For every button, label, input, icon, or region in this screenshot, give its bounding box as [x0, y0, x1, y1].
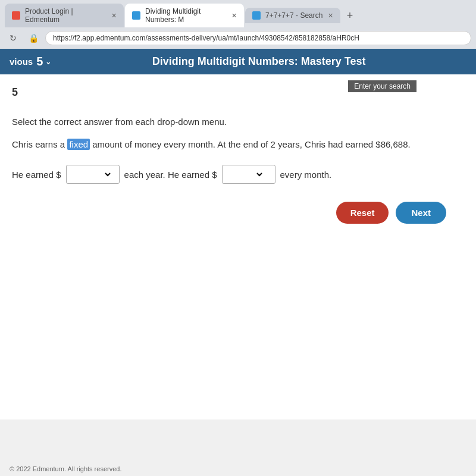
problem-part1: Chris earns a: [12, 139, 67, 149]
reload-button[interactable]: ↻: [5, 30, 21, 46]
problem-text: Chris earns a fixed amount of money ever…: [12, 137, 464, 152]
app-header: vious 5 ⌄ Dividing Multidigit Numbers: M…: [0, 49, 476, 74]
tab-label-1: Product Login | Edmentum: [25, 7, 107, 24]
page-title: Dividing Multidigit Numbers: Mastery Tes…: [51, 55, 466, 68]
tab-search[interactable]: 7+7+7+7 - Search ✕: [245, 8, 340, 23]
question-dropdown-icon[interactable]: ⌄: [45, 58, 51, 66]
footer: © 2022 Edmentum. All rights reserved.: [0, 462, 476, 476]
answer-row: He earned $ 43,344 86,688 21,672 each ye…: [12, 165, 464, 184]
question-number: 5 ⌄: [36, 55, 51, 68]
tab-label-3: 7+7+7+7 - Search: [265, 11, 322, 20]
answer-suffix1: each year. He earned $: [124, 170, 217, 180]
problem-part2: amount of money every month. At the end …: [90, 139, 411, 149]
year-select[interactable]: 43,344 86,688 21,672: [70, 168, 112, 181]
tab-close-2[interactable]: ✕: [231, 12, 237, 20]
tab-favicon-2: [132, 11, 140, 20]
address-bar[interactable]: https://f2.app.edmentum.com/assessments-…: [45, 31, 471, 45]
button-row: Reset Next: [12, 202, 464, 224]
tab-close-3[interactable]: ✕: [328, 12, 333, 20]
next-button[interactable]: Next: [396, 202, 446, 224]
answer-prefix1: He earned $: [12, 170, 61, 180]
tab-close-1[interactable]: ✕: [111, 12, 117, 20]
problem-highlight: fixed: [67, 139, 90, 150]
answer-suffix2: every month.: [280, 170, 332, 180]
search-overlay: Enter your search: [348, 80, 416, 92]
tab-product-login[interactable]: Product Login | Edmentum ✕: [5, 4, 124, 27]
footer-text: © 2022 Edmentum. All rights reserved.: [10, 465, 121, 472]
tab-label-2: Dividing Multidigit Numbers: M: [145, 7, 227, 24]
dropdown-year[interactable]: 43,344 86,688 21,672: [66, 165, 120, 184]
add-tab-button[interactable]: +: [342, 7, 358, 24]
month-select[interactable]: 3,612 7,224 1,806: [226, 168, 264, 181]
dropdown-month[interactable]: 3,612 7,224 1,806: [222, 165, 275, 184]
instruction-text: Select the correct answer from each drop…: [12, 117, 464, 127]
tab-dividing[interactable]: Dividing Multidigit Numbers: M ✕: [125, 4, 244, 27]
main-content: Enter your search 5 Select the correct a…: [0, 74, 476, 419]
lock-icon: 🔒: [25, 30, 42, 46]
reset-button[interactable]: Reset: [336, 202, 389, 224]
tab-favicon-3: [252, 11, 261, 20]
tab-favicon-1: [12, 11, 20, 20]
previous-button[interactable]: vious 5 ⌄: [10, 55, 51, 68]
previous-label: vious: [10, 57, 33, 67]
